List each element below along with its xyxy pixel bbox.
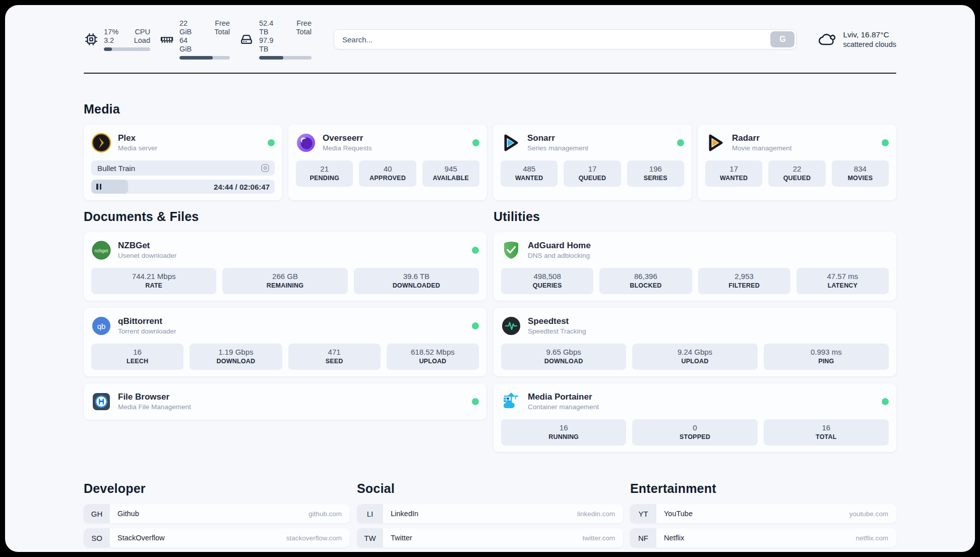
disk-progressbar (259, 56, 312, 60)
now-playing-title: Bullet Train (97, 164, 135, 173)
weather-condition: scattered clouds (843, 40, 896, 49)
memory-label-1: Free (214, 19, 230, 28)
service-card-speedtest[interactable]: Speedtest Speedtest Tracking 9.65 Gbps D… (494, 308, 896, 376)
status-dot-online (472, 322, 479, 329)
dashboard-page: 17% 3.2 CPU Load (5, 5, 975, 552)
disk-label-2: Total (296, 28, 312, 36)
status-dot-online (472, 247, 479, 254)
status-dot-online (677, 139, 684, 146)
cpu-loadavg: 3.2 (104, 36, 118, 45)
portainer-icon (501, 392, 521, 412)
bookmark-name: LinkedIn (391, 510, 418, 518)
cpu-percent: 17% (104, 28, 118, 36)
stat-rate: 744.21 Mbps RATE (91, 268, 216, 294)
bookmark-url: stackoverflow.com (286, 534, 350, 542)
cpu-label-2: Load (134, 36, 150, 45)
top-bar: 17% 3.2 CPU Load (84, 5, 896, 60)
memory-label-2: Total (214, 28, 230, 36)
stat-upload: 9.24 Gbps UPLOAD (632, 344, 757, 370)
service-card-radarr[interactable]: Radarr Movie management 17 WANTED 22 QUE… (698, 125, 896, 200)
service-card-portainer[interactable]: Media Portainer Container management 16 … (494, 383, 896, 452)
search-input[interactable] (334, 29, 797, 49)
stat-filtered: 2,953 FILTERED (698, 268, 790, 294)
bookmark-url: netflix.com (855, 534, 896, 542)
bookmark-abbr: SO (84, 528, 110, 547)
stat-series: 196 SERIES (627, 160, 684, 187)
bookmark-url: linkedin.com (577, 510, 623, 518)
service-name: Radarr (732, 133, 792, 144)
video-icon (261, 163, 270, 173)
stat-wanted: 485 WANTED (501, 160, 558, 187)
section-title-documents: Documents & Files (84, 209, 486, 224)
section-title-media: Media (84, 102, 896, 117)
service-card-overseerr[interactable]: Overseerr Media Requests 21 PENDING 40 A… (288, 125, 487, 200)
bookmark-github[interactable]: GH Github github.com (84, 504, 350, 523)
svg-text:qb: qb (97, 322, 106, 330)
bookmark-name: YouTube (664, 510, 693, 518)
status-dot-online (882, 398, 889, 405)
cpu-widget: 17% 3.2 CPU Load (84, 28, 150, 51)
service-card-adguard[interactable]: AdGuard Home DNS and adblocking 498,508 … (494, 232, 896, 301)
weather-location-temp: Lviv, 16.87°C (843, 30, 896, 40)
service-card-sonarr[interactable]: Sonarr Series management 485 WANTED 17 Q… (493, 125, 692, 200)
service-card-qbittorrent[interactable]: qb qBittorrent Torrent downloader 16 LEE… (84, 308, 486, 376)
service-desc: Media Requests (323, 144, 372, 153)
status-dot-online (268, 139, 275, 146)
stat-blocked: 86,396 BLOCKED (599, 268, 692, 294)
stat-running: 16 RUNNING (501, 419, 626, 445)
section-title-developer: Developer (84, 481, 350, 496)
svg-text:nzbget: nzbget (94, 248, 108, 253)
stat-queued: 22 QUEUED (768, 160, 825, 187)
cpu-label-1: CPU (134, 28, 150, 36)
bookmark-netflix[interactable]: NF Netflix netflix.com (630, 528, 896, 547)
service-card-filebrowser[interactable]: File Browser Media File Management (84, 383, 486, 420)
stat-downloaded: 39.6 TB DOWNLOADED (354, 268, 479, 294)
service-desc: Media server (118, 144, 157, 153)
bookmark-name: Netflix (664, 534, 684, 542)
bookmark-url: twitter.com (582, 534, 623, 542)
service-name: AdGuard Home (528, 240, 591, 251)
bookmark-abbr: YT (630, 504, 656, 523)
cloud-icon (818, 31, 837, 48)
bookmark-abbr: LI (357, 504, 383, 523)
section-title-social: Social (357, 481, 623, 496)
search-provider-button[interactable]: G (770, 31, 794, 47)
status-dot-online (472, 139, 479, 146)
bookmark-stackoverflow[interactable]: SO StackOverflow stackoverflow.com (84, 528, 350, 547)
cpu-progressbar (104, 47, 150, 51)
stat-download: 9.65 Gbps DOWNLOAD (501, 344, 626, 370)
service-name: Speedtest (528, 316, 586, 327)
bookmark-url: youtube.com (849, 510, 896, 518)
service-desc: Usenet downloader (118, 251, 176, 260)
bookmark-twitter[interactable]: TW Twitter twitter.com (357, 528, 623, 547)
memory-free: 22 GiB (179, 19, 201, 36)
service-name: Overseerr (323, 133, 372, 144)
status-dot-online (472, 398, 479, 405)
service-desc: Movie management (732, 144, 792, 153)
memory-icon (159, 32, 174, 47)
disk-widget: 52.4 TB 97.9 TB Free Total (239, 19, 312, 60)
bookmark-name: StackOverflow (117, 534, 164, 542)
now-playing-row: Bullet Train (91, 160, 275, 176)
bookmark-abbr: NF (630, 528, 656, 547)
bookmark-youtube[interactable]: YT YouTube youtube.com (630, 504, 896, 523)
disk-icon (239, 32, 254, 47)
service-card-plex[interactable]: Plex Media server Bullet Train 24:44 / 0… (84, 125, 282, 200)
stat-leech: 16 LEECH (91, 344, 183, 370)
stat-total: 16 TOTAL (764, 419, 889, 445)
pause-icon[interactable] (96, 184, 101, 190)
disk-free: 52.4 TB (259, 19, 283, 36)
weather-widget: Lviv, 16.87°C scattered clouds (818, 30, 896, 49)
service-desc: DNS and adblocking (528, 251, 591, 260)
service-desc: Torrent downloader (118, 327, 176, 336)
header-divider (84, 73, 896, 74)
radarr-icon (705, 133, 725, 153)
bookmark-linkedin[interactable]: LI LinkedIn linkedin.com (357, 504, 623, 523)
stat-upload: 618.52 Mbps UPLOAD (387, 344, 479, 370)
stat-queries: 498,508 QUERIES (501, 268, 593, 294)
section-title-utilities: Utilities (494, 209, 896, 224)
service-card-nzbget[interactable]: nzbget NZBGet Usenet downloader 744.21 M… (84, 232, 486, 301)
cpu-icon (84, 32, 99, 47)
stat-available: 945 AVAILABLE (422, 160, 479, 187)
stat-latency: 47.57 ms LATENCY (797, 268, 889, 294)
